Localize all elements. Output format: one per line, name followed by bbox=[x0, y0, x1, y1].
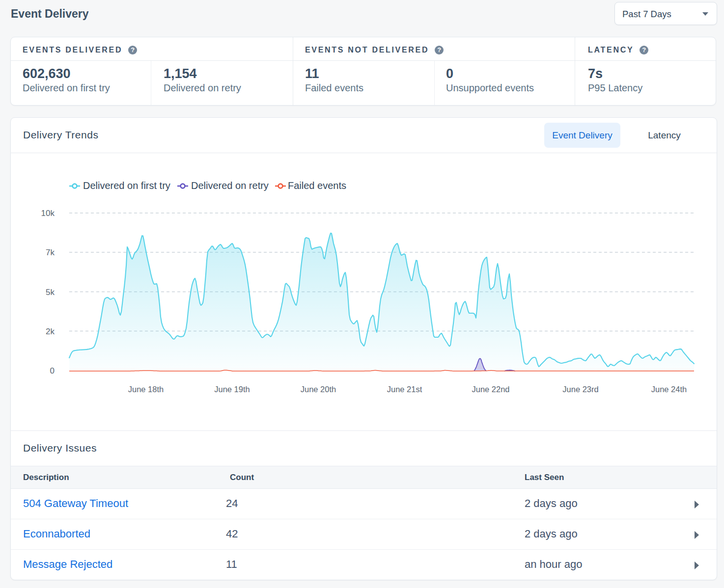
svg-text:10k: 10k bbox=[41, 209, 55, 218]
svg-text:2k: 2k bbox=[46, 327, 55, 336]
svg-text:June 21st: June 21st bbox=[387, 385, 422, 394]
svg-text:June 22nd: June 22nd bbox=[472, 385, 509, 394]
svg-text:0: 0 bbox=[50, 366, 55, 375]
svg-text:June 20th: June 20th bbox=[301, 385, 336, 394]
svg-text:Failed events: Failed events bbox=[288, 180, 346, 191]
svg-text:June 24th: June 24th bbox=[651, 385, 687, 394]
svg-text:Delivered on retry: Delivered on retry bbox=[191, 180, 269, 191]
svg-text:June 18th: June 18th bbox=[128, 385, 164, 394]
svg-text:Delivered on first try: Delivered on first try bbox=[83, 180, 170, 191]
svg-text:5k: 5k bbox=[46, 288, 55, 297]
svg-text:7k: 7k bbox=[46, 248, 55, 257]
svg-text:June 23rd: June 23rd bbox=[562, 385, 598, 394]
svg-text:June 19th: June 19th bbox=[214, 385, 250, 394]
